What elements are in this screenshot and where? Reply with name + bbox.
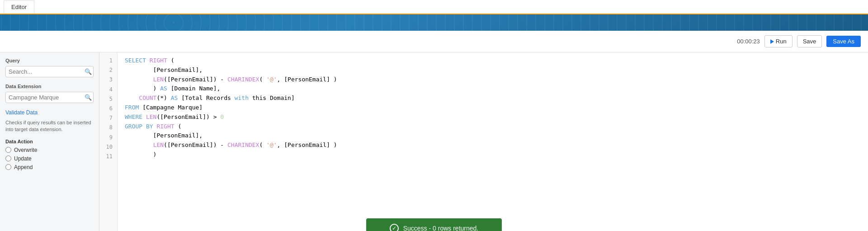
- radio-append[interactable]: Append: [5, 164, 94, 170]
- run-label: Run: [776, 38, 787, 45]
- radio-append-input[interactable]: [5, 164, 11, 170]
- save-as-button[interactable]: Save As: [826, 36, 861, 47]
- radio-update[interactable]: Update: [5, 156, 94, 162]
- radio-overwrite-input[interactable]: [5, 147, 11, 153]
- query-search-input[interactable]: [9, 68, 85, 75]
- radio-update-input[interactable]: [5, 156, 11, 161]
- play-icon: [770, 39, 774, 44]
- toast-message: Success - 0 rows returned.: [403, 225, 479, 231]
- code-block[interactable]: 12345 67891011 SELECT RIGHT ( [PersonEma…: [99, 52, 868, 231]
- header-bar: 00:00:23 Run Save Save As: [0, 31, 868, 52]
- radio-update-label: Update: [14, 156, 32, 162]
- editor-tab[interactable]: Editor: [4, 0, 34, 13]
- radio-overwrite-label: Overwrite: [14, 147, 37, 153]
- data-extension-input[interactable]: [9, 94, 85, 101]
- data-action-radio-group: Overwrite Update Append: [5, 147, 94, 170]
- check-circle-icon: ✓: [390, 224, 399, 231]
- query-search-box[interactable]: 🔍: [5, 66, 94, 77]
- query-label: Query: [5, 58, 94, 63]
- radio-overwrite[interactable]: Overwrite: [5, 147, 94, 153]
- data-extension-search-box[interactable]: 🔍: [5, 92, 94, 103]
- line-numbers: 12345 67891011: [99, 52, 118, 231]
- validate-description: Checks if query results can be inserted …: [5, 119, 94, 133]
- search-icon: 🔍: [85, 68, 92, 75]
- save-button[interactable]: Save: [797, 35, 822, 47]
- banner: [0, 14, 868, 31]
- timer-display: 00:00:23: [737, 38, 760, 45]
- run-button[interactable]: Run: [764, 35, 793, 47]
- main-layout: Query 🔍 Data Extension 🔍 Validate Data C…: [0, 52, 868, 231]
- success-toast: ✓ Success - 0 rows returned.: [366, 218, 502, 231]
- data-extension-label: Data Extension: [5, 84, 94, 89]
- left-panel: Query 🔍 Data Extension 🔍 Validate Data C…: [0, 52, 99, 231]
- editor-area: 12345 67891011 SELECT RIGHT ( [PersonEma…: [99, 52, 868, 231]
- data-action-label: Data Action: [5, 139, 94, 144]
- radio-append-label: Append: [14, 164, 33, 170]
- data-extension-search-icon: 🔍: [85, 94, 92, 101]
- toast-container: ✓ Success - 0 rows returned.: [366, 218, 502, 231]
- validate-data-link[interactable]: Validate Data: [5, 109, 94, 116]
- code-content[interactable]: SELECT RIGHT ( [PersonEmail], LEN([Perso…: [118, 52, 868, 231]
